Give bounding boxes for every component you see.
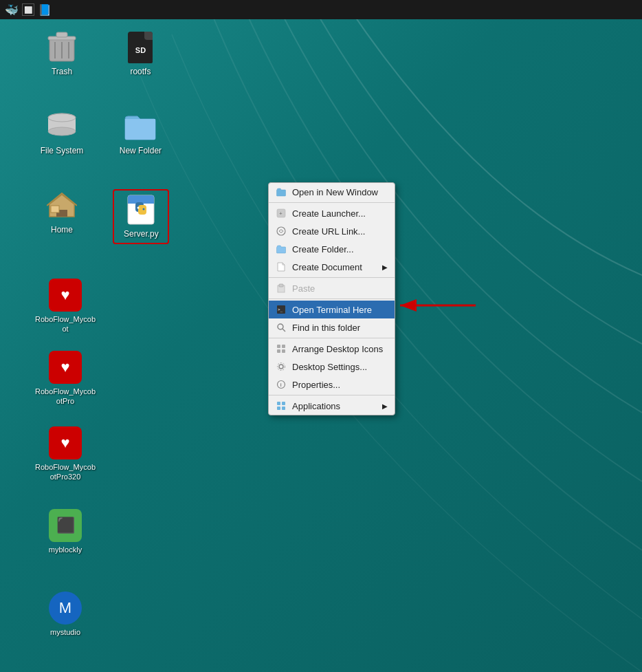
menu-item-applications[interactable]: Applications ▶ <box>269 397 395 415</box>
menu-properties-label: Properties... <box>292 380 340 390</box>
myblockly-icon-label: myblockly <box>49 545 82 554</box>
menu-item-open-terminal[interactable]: >_ Open Terminal Here <box>269 301 395 318</box>
svg-rect-29 <box>282 349 285 353</box>
menu-item-properties[interactable]: i Properties... <box>269 376 395 393</box>
svg-rect-11 <box>51 206 59 213</box>
filesystem-icon-label: File System <box>41 146 84 157</box>
svg-point-16 <box>143 208 145 210</box>
menu-find-folder-label: Find in this folder <box>292 323 360 333</box>
menu-desktop-settings-label: Desktop Settings... <box>292 362 367 372</box>
svg-rect-21 <box>279 284 283 287</box>
red-arrow <box>393 297 483 314</box>
menu-separator-4 <box>269 338 395 338</box>
icon-row-8: M mystudio <box>34 592 96 637</box>
apps-icon <box>276 400 287 411</box>
menu-open-terminal-label: Open Terminal Here <box>292 305 372 315</box>
create-launcher-icon: + <box>276 208 287 219</box>
taskbar-vscode-icon[interactable]: 📘 <box>38 3 51 16</box>
new-folder-icon-img <box>124 110 157 143</box>
menu-item-create-launcher[interactable]: + Create Launcher... <box>269 204 395 222</box>
icon-row-3: Home Server.py <box>34 189 169 244</box>
desktop-icon-server-py-container[interactable]: Server.py <box>113 189 169 244</box>
menu-create-launcher-label: Create Launcher... <box>292 208 366 219</box>
create-folder-icon <box>276 243 287 254</box>
myblockly-icon-img: ⬛ <box>49 509 82 542</box>
new-folder-icon-label: New Folder <box>120 146 162 157</box>
taskbar: 🐳 ⬜ 📘 <box>0 0 642 19</box>
roboflow1-icon-label: RoboFlow_Mycobot <box>34 314 96 334</box>
server-py-icon-img <box>124 193 157 226</box>
menu-item-create-url[interactable]: Create URL Link... <box>269 222 395 240</box>
menu-item-create-document[interactable]: Create Document ▶ <box>269 258 395 276</box>
svg-point-24 <box>278 324 283 329</box>
desktop-icon-trash[interactable]: Trash <box>34 31 89 78</box>
menu-item-paste: Paste <box>269 279 395 297</box>
applications-arrow: ▶ <box>382 402 388 410</box>
svg-rect-2 <box>56 32 67 37</box>
svg-rect-26 <box>277 345 280 348</box>
menu-paste-label: Paste <box>292 283 315 294</box>
rootfs-icon-img: SD <box>124 31 157 64</box>
svg-rect-36 <box>277 407 280 410</box>
desktop-icon-rootfs[interactable]: SD rootfs <box>113 31 168 78</box>
properties-icon: i <box>276 379 287 390</box>
menu-item-open-new-window[interactable]: Open in New Window <box>269 183 395 201</box>
svg-rect-37 <box>282 407 285 410</box>
desktop-icon-roboflow1[interactable]: ♥ RoboFlow_Mycobot <box>34 279 96 334</box>
menu-item-arrange-icons[interactable]: Arrange Desktop Icons <box>269 340 395 358</box>
desktop-icon-roboflow3[interactable]: ♥ RoboFlow_MycobotPro320 <box>34 426 96 482</box>
rootfs-icon-label: rootfs <box>130 67 151 78</box>
svg-text:+: + <box>279 210 283 217</box>
mystudio-icon-label: mystudio <box>50 627 80 637</box>
svg-point-30 <box>279 365 283 369</box>
terminal-icon: >_ <box>276 304 287 315</box>
menu-item-desktop-settings[interactable]: Desktop Settings... <box>269 358 395 376</box>
menu-separator-1 <box>269 202 395 203</box>
desktop: 🐳 ⬜ 📘 Trash SD <box>0 0 642 672</box>
menu-separator-5 <box>269 395 395 395</box>
desktop-icon-home[interactable]: Home <box>34 189 89 236</box>
create-document-arrow: ▶ <box>382 263 388 271</box>
menu-arrange-icons-label: Arrange Desktop Icons <box>292 344 383 354</box>
desktop-icon-roboflow2[interactable]: ♥ RoboFlow_MycobotPro <box>34 351 96 407</box>
svg-point-19 <box>277 227 285 235</box>
create-doc-icon <box>276 261 287 272</box>
search-icon <box>276 322 287 333</box>
desktop-icon-server-py[interactable]: Server.py <box>117 193 165 240</box>
filesystem-icon-img <box>45 110 78 143</box>
svg-rect-27 <box>282 345 285 348</box>
roboflow3-icon-label: RoboFlow_MycobotPro320 <box>34 462 96 482</box>
menu-separator-2 <box>269 277 395 278</box>
icon-row-2: File System New Folder <box>34 110 168 157</box>
taskbar-terminal-icon[interactable]: ⬜ <box>22 3 34 16</box>
desktop-icon-filesystem[interactable]: File System <box>34 110 89 157</box>
desktop-icon-new-folder[interactable]: New Folder <box>113 110 168 157</box>
roboflow2-icon-label: RoboFlow_MycobotPro <box>34 387 96 407</box>
trash-icon-label: Trash <box>52 67 72 78</box>
menu-create-folder-label: Create Folder... <box>292 244 354 254</box>
menu-item-create-folder[interactable]: Create Folder... <box>269 240 395 258</box>
svg-rect-34 <box>277 402 280 405</box>
icon-row-5: ♥ RoboFlow_MycobotPro <box>34 351 96 407</box>
trash-icon-img <box>45 31 78 64</box>
icon-row-4: ♥ RoboFlow_Mycobot <box>34 279 96 334</box>
desktop-settings-icon <box>276 361 287 372</box>
menu-item-find-folder[interactable]: Find in this folder <box>269 318 395 336</box>
server-py-icon-label: Server.py <box>124 229 159 240</box>
arrange-icon <box>276 343 287 354</box>
menu-applications-label: Applications <box>292 401 340 411</box>
desktop-icon-myblockly[interactable]: ⬛ myblockly <box>34 509 96 554</box>
paste-icon <box>276 283 287 294</box>
home-icon-label: Home <box>51 225 73 236</box>
roboflow3-icon-img: ♥ <box>49 426 82 459</box>
taskbar-docker-icon[interactable]: 🐳 <box>5 3 18 16</box>
roboflow2-icon-img: ♥ <box>49 351 82 384</box>
svg-rect-28 <box>277 349 280 353</box>
svg-point-15 <box>137 207 140 209</box>
icon-row-1: Trash SD rootfs <box>34 31 168 78</box>
svg-text:>_: >_ <box>278 307 283 312</box>
create-url-icon <box>276 226 287 237</box>
desktop-icon-mystudio[interactable]: M mystudio <box>34 592 96 637</box>
menu-separator-3 <box>269 299 395 299</box>
menu-create-document-label: Create Document <box>292 262 362 272</box>
